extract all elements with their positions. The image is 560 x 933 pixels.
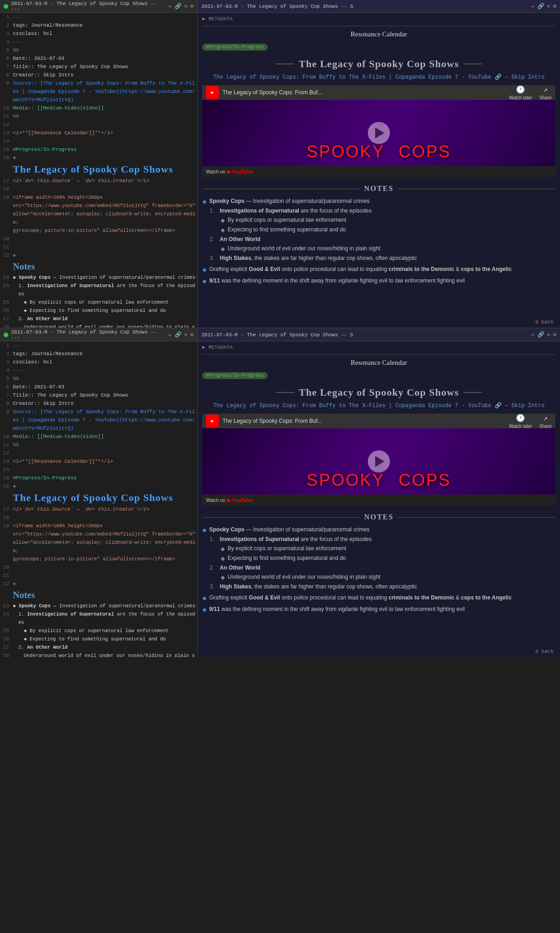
share-label-top[interactable]: Share (539, 95, 552, 100)
badge-in-progress-top: #Progress/In-Progress (202, 44, 268, 51)
editor-b-line-11: 11 %% (0, 441, 197, 449)
chain-icon-top[interactable]: 🔗 (537, 3, 544, 10)
preview-close-icon-bottom[interactable]: ✕ (547, 331, 550, 338)
editor-line-27: 27 2. An Other World (0, 315, 197, 323)
editor-title-bottom: 2021-07-03-R · The Legacy of Spooky Cop … (4, 329, 168, 340)
editor-line-13: 13 <i>**[[Resonance Calendar]]**</i> (0, 129, 197, 137)
editor-notes-heading-top: Notes (0, 259, 197, 273)
grafting-text-bottom: Grafting explicit Good & Evil onto polic… (209, 593, 555, 602)
preview-title-top: 2021-07-03-R · The Legacy of Spooky Cop … (201, 4, 353, 9)
editor-line-26: 26 ◆ Expecting to find something superna… (0, 306, 197, 315)
video-title-bottom: The Legacy of Spooky Cops: From Buf... (223, 418, 505, 424)
preview-titlebar-icons-bottom[interactable]: ✏️ 🔗 ✕ ⚙ (531, 331, 556, 338)
close-icon-top[interactable]: ✕ (184, 3, 188, 10)
911-text-bottom: 9/11 was the defining moment in the shif… (209, 605, 555, 613)
video-container-top[interactable]: ▶ The Legacy of Spooky Cops: From Buf...… (202, 85, 555, 177)
nested-list-bottom: 1. Investigations of Supernatural are th… (202, 535, 555, 591)
notes-divider-line-left-top (202, 189, 360, 189)
notes-divider-line-right-top (397, 189, 555, 189)
share-group-top[interactable]: ↗ Share (539, 85, 552, 100)
video-topbar-top: ▶ The Legacy of Spooky Cops: From Buf...… (202, 85, 555, 100)
editor-heading-bottom: The Legacy of Spooky Cop Shows (0, 490, 197, 505)
metadata-label-bottom[interactable]: ▶ METADATA (202, 344, 233, 350)
pencil-icon-top[interactable]: ✏️ (531, 3, 534, 10)
editor-line-23: 23 ◆ Spooky Cops — Investigation of supe… (0, 273, 197, 282)
editor-filename-top: 2021-07-03-R · The Legacy of Spooky Cop … (11, 1, 168, 12)
share-group-bottom[interactable]: ↗ Share (539, 414, 552, 429)
editor-b-line-16: 16 ◈ (0, 482, 197, 490)
watch-later-label-top[interactable]: Watch later (509, 95, 532, 100)
preview-content-top[interactable]: ▶ METADATA Resonance Calendar #Progress/… (198, 13, 560, 328)
video-bottombar-bottom[interactable]: Watch on ▶ YouTube (202, 495, 555, 506)
preview-content-bottom[interactable]: ▶ METADATA Resonance Calendar #Progress/… (198, 341, 560, 657)
titlebar-icons-bottom[interactable]: ✏️ 🔗 ✕ ⚙ (168, 331, 194, 338)
sub-list-1-top: ◆ By explicit cops or supernatural law e… (210, 215, 555, 235)
editor-line-18: 18 (0, 185, 197, 193)
video-main-top[interactable]: SPOOKY COPS (202, 100, 555, 166)
editor-filename-bottom: 2021-07-03-R · The Legacy of Spooky Cop … (11, 329, 168, 340)
watch-later-group-top[interactable]: 🕐 Watch later (509, 85, 532, 100)
sub-bullet-2a-top: ◆ (221, 245, 225, 253)
metadata-bar-bottom[interactable]: ▶ METADATA (202, 341, 555, 353)
911-text-top: 9/11 was the defining moment in the shif… (209, 276, 555, 285)
badge-area-top: #Progress/In-Progress (202, 41, 555, 53)
notes-section-bottom: Notes ◆ Spooky Cops — Investigation of s… (202, 508, 555, 619)
editor-heading-top: The Legacy of Spooky Cop Shows (0, 162, 197, 177)
sub-item-1a-bottom: ◆ By explicit cops or supernatural law e… (221, 544, 555, 553)
editor-b-line-12: 12 (0, 449, 197, 457)
editor-line-25: 25 ◆ By explicit cops or supernatural la… (0, 298, 197, 306)
pencil-icon-bottom[interactable]: ✏️ (531, 331, 534, 338)
titlebar-icons-top[interactable]: ✏️ 🔗 ✕ ⚙ (168, 3, 194, 10)
notes-divider-line-left-bottom (202, 517, 360, 518)
notes-list-top: ◆ Spooky Cops — Investigation of superna… (202, 195, 555, 288)
editor-b-line-24: 24 1. Investigations of Supernatural are… (0, 610, 197, 627)
title-dot-green-bottom (4, 333, 8, 337)
clock-icon-bottom: 🕐 (516, 414, 525, 423)
link-icon-top[interactable]: 🔗 (175, 3, 182, 10)
edit-icon-top[interactable]: ✏️ (168, 3, 171, 10)
metadata-label-top[interactable]: ▶ METADATA (202, 16, 233, 22)
youtube-wordmark-bottom[interactable]: ▶ YouTube (227, 497, 253, 503)
link-icon-bottom[interactable]: 🔗 (175, 331, 182, 338)
editor-line-9: 9 Source:: [The Legacy of Spooky Cops: F… (0, 79, 197, 104)
title-dash-right-bottom (463, 392, 482, 393)
watch-later-label-bottom[interactable]: Watch later (509, 424, 532, 429)
editor-titlebar-bottom: 2021-07-03-R · The Legacy of Spooky Cop … (0, 328, 197, 341)
preview-titlebar-icons-top[interactable]: ✏️ 🔗 ✕ ⚙ (531, 3, 556, 10)
editor-line-21: 21 (0, 243, 197, 251)
video-topbar-bottom: ▶ The Legacy of Spooky Cops: From Buf...… (202, 414, 555, 428)
edit-icon-bottom[interactable]: ✏️ (168, 331, 171, 338)
ol-item-2-bottom: 2. An Other World (210, 563, 555, 572)
editor-line-24: 24 1. Investigations of Supernatural are… (0, 282, 197, 298)
youtube-wordmark-top[interactable]: ▶ YouTube (227, 169, 253, 175)
notes-item-spooky-cops-bottom: ◆ Spooky Cops — Investigation of superna… (202, 525, 555, 535)
editor-b-line-13: 13 <i>**[[Resonance Calendar]]**</i> (0, 457, 197, 466)
grafting-text-top: Grafting explicit Good & Evil onto polic… (209, 265, 555, 273)
editor-b-line-2: 2 tags: Journal/Resonance (0, 350, 197, 358)
chain-icon-bottom[interactable]: 🔗 (537, 331, 544, 338)
video-main-bottom[interactable]: SPOOKY COPS (202, 428, 555, 495)
video-container-bottom[interactable]: ▶ The Legacy of Spooky Cops: From Buf...… (202, 414, 555, 506)
editor-content-bottom[interactable]: 1 --- 2 tags: Journal/Resonance 3 csscla… (0, 341, 197, 657)
video-bottombar-top[interactable]: Watch on ▶ YouTube (202, 166, 555, 177)
source-line-bottom: The Legacy of Spooky Cops: From Buffy to… (202, 400, 555, 411)
back-counter-top: 0 back (535, 317, 554, 326)
metadata-bar-top[interactable]: ▶ METADATA (202, 13, 555, 24)
preview-gear-icon-bottom[interactable]: ⚙ (553, 331, 556, 338)
watch-later-group-bottom[interactable]: 🕐 Watch later (509, 414, 532, 429)
preview-close-icon-top[interactable]: ✕ (547, 3, 550, 10)
close-icon-bottom[interactable]: ✕ (184, 331, 188, 338)
notes-divider-top: Notes (202, 183, 555, 195)
editor-b-line-1: 1 --- (0, 341, 197, 350)
gear-icon-top[interactable]: ⚙ (190, 3, 194, 10)
editor-b-line-22: 22 ◈ (0, 580, 197, 588)
share-label-bottom[interactable]: Share (539, 424, 552, 429)
editor-line-12: 12 (0, 121, 197, 129)
preview-gear-icon-top[interactable]: ⚙ (553, 3, 556, 10)
editor-content-top[interactable]: 1 --- 2 tags: Journal/Resonance 3 csscla… (0, 13, 197, 328)
preview-filename-top: 2021-07-03-R · The Legacy of Spooky Cop … (201, 4, 353, 9)
cops-word-top: COPS (399, 142, 451, 161)
editor-pane-bottom: 2021-07-03-R · The Legacy of Spooky Cop … (0, 328, 198, 657)
watch-on-label-top: Watch on (206, 169, 225, 174)
gear-icon-bottom[interactable]: ⚙ (190, 331, 194, 338)
